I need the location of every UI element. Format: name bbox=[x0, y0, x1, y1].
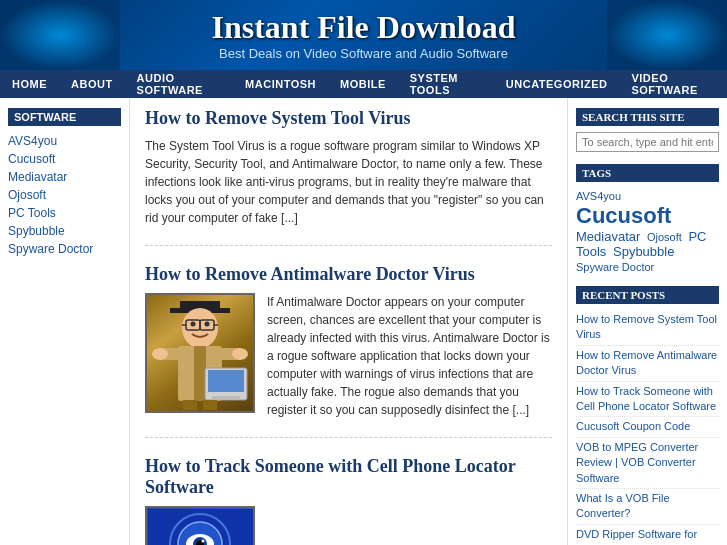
sidebar-link-cucusoft[interactable]: Cucusoft bbox=[8, 150, 121, 168]
tag-spywaredoctor[interactable]: Spyware Doctor bbox=[576, 261, 654, 273]
post-2-excerpt: If Antimalware Doctor appears on your co… bbox=[267, 293, 552, 419]
tag-spybubble[interactable]: Spybubble bbox=[613, 244, 674, 259]
recent-post-3[interactable]: How to Track Someone with Cell Phone Loc… bbox=[576, 382, 719, 418]
recent-posts-title: Recent Posts bbox=[576, 286, 719, 304]
nav-mobile[interactable]: MOBILE bbox=[328, 70, 398, 98]
tags-widget: Tags AVS4you Cucusoft Mediavatar Ojosoft… bbox=[576, 164, 719, 274]
recent-post-2[interactable]: How to Remove Antimalware Doctor Virus bbox=[576, 346, 719, 382]
post-2-title-link[interactable]: How to Remove Antimalware Doctor Virus bbox=[145, 264, 475, 284]
sidebar-title: SOFTWARE bbox=[8, 108, 121, 126]
tag-ojosoft[interactable]: Ojosoft bbox=[647, 231, 682, 243]
recent-post-6[interactable]: What Is a VOB File Converter? bbox=[576, 489, 719, 525]
page-layout: SOFTWARE AVS4you Cucusoft Mediavatar Ojo… bbox=[0, 98, 727, 545]
main-nav: HOME ABOUT AUDIO SOFTWARE MACINTOSH MOBI… bbox=[0, 70, 727, 98]
nav-macintosh[interactable]: MACINTOSH bbox=[233, 70, 328, 98]
nav-home[interactable]: HOME bbox=[0, 70, 59, 98]
svg-rect-0 bbox=[180, 301, 220, 309]
site-header: Instant File Download Best Deals on Vide… bbox=[0, 0, 727, 70]
sidebar-link-mediavatar[interactable]: Mediavatar bbox=[8, 168, 121, 186]
post-1: How to Remove System Tool Virus The Syst… bbox=[145, 108, 552, 246]
tags-title: Tags bbox=[576, 164, 719, 182]
svg-point-29 bbox=[201, 539, 204, 542]
tag-avs4you[interactable]: AVS4you bbox=[576, 190, 621, 202]
header-decoration-left bbox=[0, 0, 120, 70]
left-sidebar: SOFTWARE AVS4you Cucusoft Mediavatar Ojo… bbox=[0, 98, 130, 545]
sidebar-link-avs4you[interactable]: AVS4you bbox=[8, 132, 121, 150]
nav-video-software[interactable]: VIDEO SOFTWARE bbox=[619, 70, 727, 98]
spybubble-illustration: SpyBubble bbox=[148, 509, 253, 546]
post-1-excerpt: The System Tool Virus is a rogue softwar… bbox=[145, 137, 552, 227]
recent-posts-widget: Recent Posts How to Remove System Tool V… bbox=[576, 286, 719, 545]
post-3: How to Track Someone with Cell Phone Loc… bbox=[145, 456, 552, 545]
recent-post-7[interactable]: DVD Ripper Software for Vista bbox=[576, 525, 719, 545]
recent-post-1[interactable]: How to Remove System Tool Virus bbox=[576, 310, 719, 346]
post-1-title-link[interactable]: How to Remove System Tool Virus bbox=[145, 108, 411, 128]
header-text-group: Instant File Download Best Deals on Vide… bbox=[211, 9, 515, 61]
svg-point-3 bbox=[191, 321, 196, 326]
tag-mediavatar[interactable]: Mediavatar bbox=[576, 229, 640, 244]
header-decoration-right bbox=[607, 0, 727, 70]
svg-rect-17 bbox=[208, 370, 244, 392]
sidebar-link-spybubble[interactable]: Spybubble bbox=[8, 222, 121, 240]
sidebar-link-pctools[interactable]: PC Tools bbox=[8, 204, 121, 222]
post-2-image bbox=[145, 293, 255, 413]
svg-rect-20 bbox=[203, 400, 217, 410]
main-content: How to Remove System Tool Virus The Syst… bbox=[130, 98, 567, 545]
post-3-image: SpyBubble bbox=[145, 506, 255, 545]
post-2-title: How to Remove Antimalware Doctor Virus bbox=[145, 264, 552, 285]
site-title: Instant File Download bbox=[211, 9, 515, 46]
search-widget-title: SEARCH THIS SITE bbox=[576, 108, 719, 126]
nav-uncategorized[interactable]: UNCATEGORIZED bbox=[494, 70, 620, 98]
nav-audio-software[interactable]: AUDIO SOFTWARE bbox=[125, 70, 233, 98]
svg-point-14 bbox=[152, 348, 168, 360]
recent-posts-list: How to Remove System Tool Virus How to R… bbox=[576, 310, 719, 545]
search-input[interactable] bbox=[576, 132, 719, 152]
sidebar-link-ojosoft[interactable]: Ojosoft bbox=[8, 186, 121, 204]
svg-point-4 bbox=[205, 321, 210, 326]
site-subtitle: Best Deals on Video Software and Audio S… bbox=[211, 46, 515, 61]
tag-cucusoft[interactable]: Cucusoft bbox=[576, 203, 671, 228]
post-1-title: How to Remove System Tool Virus bbox=[145, 108, 552, 129]
post-3-title-link[interactable]: How to Track Someone with Cell Phone Loc… bbox=[145, 456, 515, 497]
post-3-body: SpyBubble bbox=[145, 506, 552, 545]
svg-rect-19 bbox=[183, 400, 197, 410]
svg-rect-11 bbox=[194, 346, 206, 401]
svg-point-15 bbox=[232, 348, 248, 360]
post-2-body: If Antimalware Doctor appears on your co… bbox=[145, 293, 552, 419]
post-3-title: How to Track Someone with Cell Phone Loc… bbox=[145, 456, 552, 498]
nav-system-tools[interactable]: SYSTEM TOOLS bbox=[398, 70, 494, 98]
nav-about[interactable]: ABOUT bbox=[59, 70, 125, 98]
right-sidebar: SEARCH THIS SITE Tags AVS4you Cucusoft M… bbox=[567, 98, 727, 545]
post-2: How to Remove Antimalware Doctor Virus bbox=[145, 264, 552, 438]
svg-rect-18 bbox=[212, 396, 240, 400]
recent-post-4[interactable]: Cucusoft Coupon Code bbox=[576, 417, 719, 437]
recent-post-5[interactable]: VOB to MPEG Converter Review | VOB Conve… bbox=[576, 438, 719, 489]
sidebar-link-spywaredoctor[interactable]: Spyware Doctor bbox=[8, 240, 121, 258]
doctor-illustration bbox=[150, 296, 250, 411]
